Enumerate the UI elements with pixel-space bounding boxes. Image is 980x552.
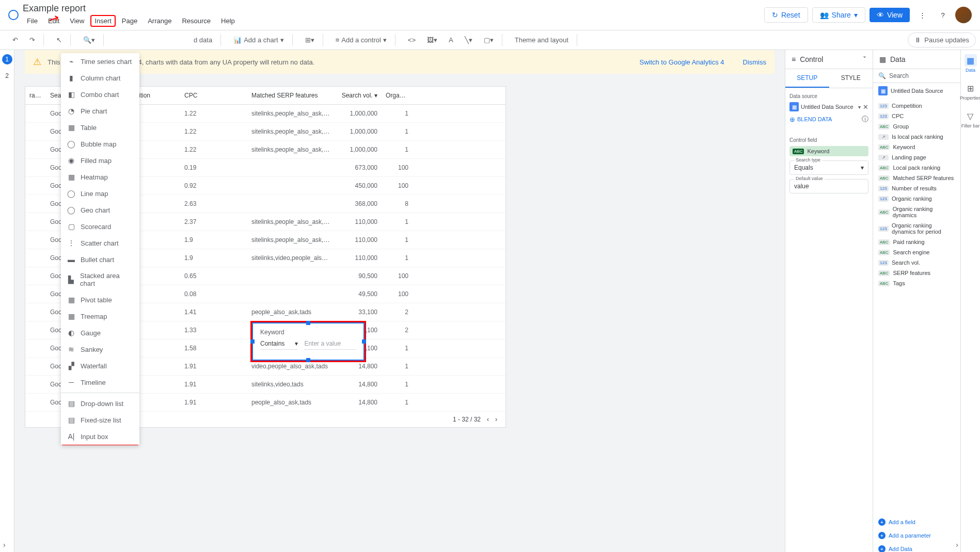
data-rail-tab[interactable]: ▦Data	[965, 54, 977, 73]
insert-menu-item[interactable]: ≡Advanced filter	[62, 445, 138, 445]
insert-menu-item[interactable]: ≋Sankey	[61, 341, 139, 358]
properties-rail-tab[interactable]: ⊞Properties	[960, 82, 980, 101]
resize-handle[interactable]	[306, 321, 310, 325]
view-button[interactable]: 👁 View	[870, 8, 910, 22]
insert-menu-item[interactable]: ▮Column chart	[61, 70, 139, 86]
filter-value-input[interactable]: Enter a value	[304, 340, 356, 350]
panel-dropdown-icon[interactable]: ˅	[863, 55, 866, 63]
insert-menu-item[interactable]: ◯Line map	[61, 185, 139, 202]
insert-menu-item[interactable]: A|Input box	[61, 428, 139, 445]
insert-menu-item[interactable]: ─Timeline	[61, 374, 139, 391]
datasource-dropdown-icon[interactable]: ▾	[858, 104, 861, 110]
resize-handle[interactable]	[362, 339, 366, 344]
resize-handle[interactable]	[306, 358, 310, 362]
pointer-icon[interactable]: ↖	[52, 34, 66, 46]
insert-menu-item[interactable]: ◐Gauge	[61, 324, 139, 341]
shape-icon[interactable]: ▢▾	[480, 34, 498, 46]
table-header-cell[interactable]: CPC	[180, 87, 247, 104]
page-2-thumb[interactable]: 2	[2, 71, 12, 81]
field-item[interactable]: 123Search vol.	[873, 257, 960, 268]
community-viz-icon[interactable]: ⊞▾	[301, 34, 319, 46]
pause-updates-button[interactable]: ⏸ Pause updates	[908, 33, 976, 47]
insert-menu-item[interactable]: ◧Combo chart	[61, 86, 139, 103]
field-item[interactable]: ABCTags	[873, 278, 960, 288]
field-item[interactable]: ↗Is local pack ranking	[873, 132, 960, 142]
menu-view[interactable]: View	[66, 15, 88, 27]
insert-menu-item[interactable]: ▦Heatmap	[61, 169, 139, 185]
blend-add-icon[interactable]: ⊕	[789, 116, 795, 123]
table-header-cell[interactable]: Organic…	[382, 87, 413, 104]
field-item[interactable]: ABCSERP features	[873, 268, 960, 278]
control-field-chip[interactable]: ABC Keyword	[789, 146, 868, 156]
table-header-cell[interactable]: Matched SERP features	[247, 87, 335, 104]
field-item[interactable]: ABCGroup	[873, 121, 960, 132]
next-page-icon[interactable]: ›	[495, 416, 497, 423]
add-data-link[interactable]: +Add Data	[873, 542, 960, 552]
table-header-cell[interactable]: ra…	[25, 87, 46, 104]
reset-button[interactable]: ↻ Reset	[764, 7, 808, 23]
table-header-cell[interactable]: Search vol. ▾	[335, 87, 382, 104]
insert-menu-item[interactable]: ▬Bullet chart	[61, 251, 139, 268]
add-parameter-link[interactable]: +Add a parameter	[873, 529, 960, 542]
field-search-input[interactable]: 🔍 Search	[873, 69, 960, 83]
help-icon[interactable]: ?	[935, 7, 951, 23]
insert-menu-item[interactable]: ▦Treemap	[61, 308, 139, 324]
menu-insert[interactable]: Insert	[90, 15, 116, 27]
insert-menu-item[interactable]: ▙Stacked area chart	[61, 268, 139, 291]
field-item[interactable]: ABCKeyword	[873, 142, 960, 152]
insert-menu-item[interactable]: ⌁Time series chart	[61, 53, 139, 70]
setup-tab[interactable]: SETUP	[785, 69, 829, 88]
field-item[interactable]: 123Organic ranking	[873, 193, 960, 204]
switch-ga4-link[interactable]: Switch to Google Analytics 4	[639, 58, 724, 66]
insert-menu-item[interactable]: ◯Geo chart	[61, 202, 139, 218]
insert-menu-item[interactable]: ▦Pivot table	[61, 291, 139, 308]
insert-menu-item[interactable]: ▤Fixed-size list	[61, 412, 139, 428]
field-item[interactable]: ABCMatched SERP features	[873, 173, 960, 183]
share-button[interactable]: 👥 Share ▾	[812, 7, 865, 23]
field-item[interactable]: 123Competition	[873, 101, 960, 111]
zoom-icon[interactable]: 🔍▾	[79, 34, 99, 46]
datasource-header[interactable]: ▦ Untitled Data Source	[873, 83, 960, 99]
text-icon[interactable]: A	[445, 34, 457, 46]
datasource-name[interactable]: Untitled Data Source	[801, 104, 856, 110]
blend-info-icon[interactable]: ⓘ	[862, 115, 868, 124]
field-item[interactable]: ABCPaid ranking	[873, 237, 960, 247]
field-item[interactable]: ABCSearch engine	[873, 247, 960, 257]
menu-arrange[interactable]: Arrange	[144, 15, 176, 27]
more-icon[interactable]: ⋮	[914, 7, 930, 23]
field-item[interactable]: ↗Landing page	[873, 152, 960, 163]
insert-menu-item[interactable]: ▦Table	[61, 119, 139, 136]
theme-button[interactable]: Theme and layout	[511, 34, 573, 46]
collapse-rail-icon[interactable]: ›	[956, 541, 958, 549]
user-avatar[interactable]	[955, 7, 972, 23]
prev-page-icon[interactable]: ‹	[487, 416, 489, 423]
filter-condition-select[interactable]: Contains ▾	[260, 340, 298, 350]
default-value-input[interactable]: Default value value	[789, 179, 868, 193]
insert-menu-item[interactable]: ◉Filled map	[61, 152, 139, 169]
menu-help[interactable]: Help	[217, 15, 239, 27]
url-embed-icon[interactable]: <>	[404, 34, 420, 46]
style-tab[interactable]: STYLE	[829, 69, 873, 88]
image-icon[interactable]: 🖼▾	[423, 34, 441, 46]
resize-handle[interactable]	[250, 339, 255, 344]
menu-page[interactable]: Page	[118, 15, 141, 27]
dismiss-link[interactable]: Dismiss	[743, 58, 767, 66]
insert-menu-item[interactable]: ▞Waterfall	[61, 358, 139, 374]
insert-menu-item[interactable]: ▤Drop-down list	[61, 395, 139, 412]
insert-menu-item[interactable]: ◔Pie chart	[61, 103, 139, 119]
field-item[interactable]: 123CPC	[873, 111, 960, 121]
field-item[interactable]: 123Number of results	[873, 183, 960, 193]
datasource-remove-icon[interactable]: ✕	[863, 103, 868, 111]
add-data-button[interactable]: d data	[189, 34, 216, 46]
advanced-filter-control[interactable]: Keyword Contains ▾ Enter a value	[252, 322, 365, 361]
filter-bar-rail-tab[interactable]: ▽Filter bar	[961, 110, 980, 128]
add-chart-button[interactable]: 📊 Add a chart ▾	[229, 34, 288, 46]
blend-data-link[interactable]: BLEND DATA	[797, 116, 832, 122]
document-title[interactable]: Example report	[23, 3, 764, 14]
menu-edit[interactable]: Edit	[44, 15, 64, 27]
insert-menu-item[interactable]: ⋮Scatter chart	[61, 235, 139, 251]
field-item[interactable]: ABCOrganic ranking dynamics	[873, 204, 960, 220]
expand-rail-icon[interactable]: ›	[3, 541, 6, 549]
redo-icon[interactable]: ↷	[25, 34, 39, 46]
add-field-link[interactable]: +Add a field	[873, 515, 960, 529]
